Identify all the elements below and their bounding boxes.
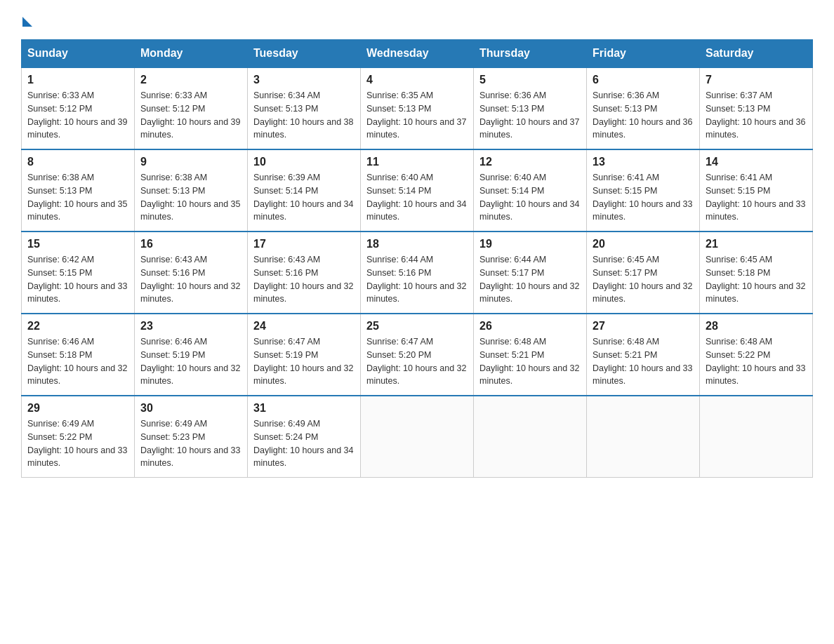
calendar-day-cell	[587, 396, 700, 478]
day-info: Sunrise: 6:36 AMSunset: 5:13 PMDaylight:…	[593, 90, 692, 140]
day-number: 16	[140, 238, 241, 250]
day-number: 14	[706, 156, 807, 168]
day-info: Sunrise: 6:47 AMSunset: 5:20 PMDaylight:…	[366, 337, 466, 386]
day-number: 1	[27, 74, 128, 86]
day-number: 23	[140, 320, 241, 333]
calendar-day-cell: 5 Sunrise: 6:36 AMSunset: 5:13 PMDayligh…	[474, 67, 587, 149]
day-number: 27	[593, 320, 694, 333]
calendar-week-row: 1 Sunrise: 6:33 AMSunset: 5:12 PMDayligh…	[22, 67, 813, 149]
day-number: 12	[479, 156, 581, 168]
day-info: Sunrise: 6:41 AMSunset: 5:15 PMDaylight:…	[706, 173, 805, 222]
day-number: 22	[27, 320, 128, 333]
day-number: 25	[366, 320, 468, 333]
day-info: Sunrise: 6:42 AMSunset: 5:15 PMDaylight:…	[27, 255, 127, 304]
day-info: Sunrise: 6:48 AMSunset: 5:21 PMDaylight:…	[593, 337, 692, 386]
day-info: Sunrise: 6:48 AMSunset: 5:21 PMDaylight:…	[479, 337, 579, 386]
weekday-header-sunday: Sunday	[22, 40, 135, 68]
calendar-week-row: 29 Sunrise: 6:49 AMSunset: 5:22 PMDaylig…	[22, 396, 813, 478]
day-info: Sunrise: 6:47 AMSunset: 5:19 PMDaylight:…	[253, 337, 353, 386]
day-info: Sunrise: 6:36 AMSunset: 5:13 PMDaylight:…	[479, 90, 579, 140]
day-number: 26	[479, 320, 581, 333]
day-number: 5	[479, 74, 581, 86]
day-info: Sunrise: 6:40 AMSunset: 5:14 PMDaylight:…	[366, 173, 466, 222]
calendar-day-cell: 19 Sunrise: 6:44 AMSunset: 5:17 PMDaylig…	[474, 232, 587, 314]
day-number: 17	[253, 238, 355, 250]
day-number: 11	[366, 156, 468, 168]
calendar-day-cell: 28 Sunrise: 6:48 AMSunset: 5:22 PMDaylig…	[700, 314, 813, 396]
day-number: 20	[593, 238, 694, 250]
weekday-header-wednesday: Wednesday	[361, 40, 474, 68]
day-number: 24	[253, 320, 355, 333]
calendar-day-cell: 11 Sunrise: 6:40 AMSunset: 5:14 PMDaylig…	[361, 149, 474, 232]
calendar-week-row: 22 Sunrise: 6:46 AMSunset: 5:18 PMDaylig…	[22, 314, 813, 396]
day-info: Sunrise: 6:38 AMSunset: 5:13 PMDaylight:…	[27, 173, 127, 222]
calendar-day-cell: 27 Sunrise: 6:48 AMSunset: 5:21 PMDaylig…	[587, 314, 700, 396]
calendar-day-cell: 15 Sunrise: 6:42 AMSunset: 5:15 PMDaylig…	[22, 232, 135, 314]
calendar-day-cell	[474, 396, 587, 478]
calendar-day-cell: 9 Sunrise: 6:38 AMSunset: 5:13 PMDayligh…	[135, 149, 248, 232]
calendar-day-cell: 17 Sunrise: 6:43 AMSunset: 5:16 PMDaylig…	[248, 232, 361, 314]
day-info: Sunrise: 6:37 AMSunset: 5:13 PMDaylight:…	[706, 90, 805, 140]
logo	[21, 14, 32, 27]
calendar-day-cell: 29 Sunrise: 6:49 AMSunset: 5:22 PMDaylig…	[22, 396, 135, 478]
day-info: Sunrise: 6:39 AMSunset: 5:14 PMDaylight:…	[253, 173, 353, 222]
calendar-day-cell: 18 Sunrise: 6:44 AMSunset: 5:16 PMDaylig…	[361, 232, 474, 314]
calendar-day-cell: 2 Sunrise: 6:33 AMSunset: 5:12 PMDayligh…	[135, 67, 248, 149]
day-number: 4	[366, 74, 468, 86]
weekday-header-thursday: Thursday	[474, 40, 587, 68]
weekday-header-row: SundayMondayTuesdayWednesdayThursdayFrid…	[22, 40, 813, 68]
day-info: Sunrise: 6:49 AMSunset: 5:23 PMDaylight:…	[140, 419, 240, 468]
calendar-day-cell: 26 Sunrise: 6:48 AMSunset: 5:21 PMDaylig…	[474, 314, 587, 396]
day-info: Sunrise: 6:48 AMSunset: 5:22 PMDaylight:…	[706, 337, 805, 386]
calendar-day-cell: 8 Sunrise: 6:38 AMSunset: 5:13 PMDayligh…	[22, 149, 135, 232]
day-number: 30	[140, 402, 241, 415]
calendar-day-cell: 31 Sunrise: 6:49 AMSunset: 5:24 PMDaylig…	[248, 396, 361, 478]
weekday-header-saturday: Saturday	[700, 40, 813, 68]
day-info: Sunrise: 6:38 AMSunset: 5:13 PMDaylight:…	[140, 173, 240, 222]
day-info: Sunrise: 6:44 AMSunset: 5:16 PMDaylight:…	[366, 255, 466, 304]
day-info: Sunrise: 6:49 AMSunset: 5:22 PMDaylight:…	[27, 419, 127, 468]
day-number: 31	[253, 402, 355, 415]
calendar-day-cell: 1 Sunrise: 6:33 AMSunset: 5:12 PMDayligh…	[22, 67, 135, 149]
day-number: 15	[27, 238, 128, 250]
day-number: 18	[366, 238, 468, 250]
day-info: Sunrise: 6:43 AMSunset: 5:16 PMDaylight:…	[140, 255, 240, 304]
day-info: Sunrise: 6:46 AMSunset: 5:18 PMDaylight:…	[27, 337, 127, 386]
calendar-day-cell: 6 Sunrise: 6:36 AMSunset: 5:13 PMDayligh…	[587, 67, 700, 149]
day-number: 21	[706, 238, 807, 250]
calendar-day-cell: 14 Sunrise: 6:41 AMSunset: 5:15 PMDaylig…	[700, 149, 813, 232]
calendar-week-row: 15 Sunrise: 6:42 AMSunset: 5:15 PMDaylig…	[22, 232, 813, 314]
calendar-day-cell: 13 Sunrise: 6:41 AMSunset: 5:15 PMDaylig…	[587, 149, 700, 232]
day-info: Sunrise: 6:41 AMSunset: 5:15 PMDaylight:…	[593, 173, 692, 222]
day-number: 7	[706, 74, 807, 86]
weekday-header-tuesday: Tuesday	[248, 40, 361, 68]
day-info: Sunrise: 6:45 AMSunset: 5:18 PMDaylight:…	[706, 255, 805, 304]
calendar-day-cell: 25 Sunrise: 6:47 AMSunset: 5:20 PMDaylig…	[361, 314, 474, 396]
day-info: Sunrise: 6:40 AMSunset: 5:14 PMDaylight:…	[479, 173, 579, 222]
logo-triangle-icon	[22, 17, 32, 27]
day-number: 6	[593, 74, 694, 86]
calendar-table: SundayMondayTuesdayWednesdayThursdayFrid…	[21, 39, 813, 478]
calendar-day-cell: 30 Sunrise: 6:49 AMSunset: 5:23 PMDaylig…	[135, 396, 248, 478]
calendar-day-cell: 20 Sunrise: 6:45 AMSunset: 5:17 PMDaylig…	[587, 232, 700, 314]
calendar-day-cell	[361, 396, 474, 478]
calendar-day-cell: 22 Sunrise: 6:46 AMSunset: 5:18 PMDaylig…	[22, 314, 135, 396]
calendar-day-cell: 12 Sunrise: 6:40 AMSunset: 5:14 PMDaylig…	[474, 149, 587, 232]
day-info: Sunrise: 6:46 AMSunset: 5:19 PMDaylight:…	[140, 337, 240, 386]
page-header	[21, 14, 813, 27]
day-number: 9	[140, 156, 241, 168]
calendar-day-cell: 21 Sunrise: 6:45 AMSunset: 5:18 PMDaylig…	[700, 232, 813, 314]
day-info: Sunrise: 6:44 AMSunset: 5:17 PMDaylight:…	[479, 255, 579, 304]
calendar-day-cell: 16 Sunrise: 6:43 AMSunset: 5:16 PMDaylig…	[135, 232, 248, 314]
day-info: Sunrise: 6:33 AMSunset: 5:12 PMDaylight:…	[140, 90, 240, 140]
day-info: Sunrise: 6:33 AMSunset: 5:12 PMDaylight:…	[27, 90, 127, 140]
weekday-header-monday: Monday	[135, 40, 248, 68]
day-number: 29	[27, 402, 128, 415]
calendar-day-cell: 23 Sunrise: 6:46 AMSunset: 5:19 PMDaylig…	[135, 314, 248, 396]
weekday-header-friday: Friday	[587, 40, 700, 68]
calendar-day-cell: 3 Sunrise: 6:34 AMSunset: 5:13 PMDayligh…	[248, 67, 361, 149]
day-number: 13	[593, 156, 694, 168]
day-number: 10	[253, 156, 355, 168]
day-number: 28	[706, 320, 807, 333]
calendar-day-cell: 10 Sunrise: 6:39 AMSunset: 5:14 PMDaylig…	[248, 149, 361, 232]
